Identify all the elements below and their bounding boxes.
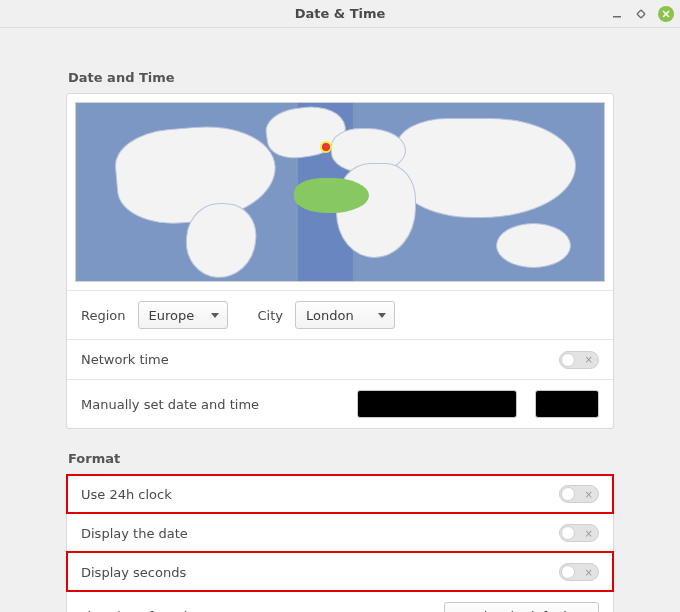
row-display-date: Display the date × — [67, 513, 613, 552]
content-area: Date and Time Region Europe — [0, 28, 680, 612]
display-date-toggle[interactable]: × — [559, 524, 599, 542]
row-manual-datetime: Manually set date and time — [67, 379, 613, 428]
titlebar: Date & Time — [0, 0, 680, 28]
timezone-map[interactable] — [75, 102, 605, 282]
use-24h-toggle[interactable]: × — [559, 485, 599, 503]
maximize-icon[interactable] — [634, 7, 648, 21]
chevron-down-icon — [378, 313, 386, 318]
region-value: Europe — [149, 308, 201, 323]
section-heading-format: Format — [68, 451, 614, 466]
city-dropdown[interactable]: London — [295, 301, 395, 329]
chevron-down-icon — [211, 313, 219, 318]
first-day-label: First day of week — [81, 609, 191, 613]
time-input[interactable] — [535, 390, 599, 418]
minimize-icon[interactable] — [610, 7, 624, 21]
row-use-24h: Use 24h clock × — [67, 475, 613, 513]
region-dropdown[interactable]: Europe — [138, 301, 228, 329]
region-label: Region — [81, 308, 126, 323]
location-marker-icon — [320, 141, 332, 153]
manual-datetime-label: Manually set date and time — [81, 397, 259, 412]
window-controls — [610, 0, 674, 28]
close-icon[interactable] — [658, 6, 674, 22]
date-input[interactable] — [357, 390, 517, 418]
timezone-map-wrap — [67, 94, 613, 290]
network-time-toggle[interactable]: × — [559, 351, 599, 369]
display-seconds-label: Display seconds — [81, 565, 186, 580]
display-date-label: Display the date — [81, 526, 188, 541]
panel-datetime: Region Europe City London Network time ×… — [66, 93, 614, 429]
svg-rect-0 — [613, 16, 621, 18]
row-network-time: Network time × — [67, 339, 613, 379]
network-time-label: Network time — [81, 352, 169, 367]
first-day-value: Use locale default — [455, 609, 572, 613]
first-day-dropdown[interactable]: Use locale default — [444, 602, 599, 612]
panel-format: Use 24h clock × Display the date × Displ… — [66, 474, 614, 612]
window-title: Date & Time — [295, 6, 386, 21]
row-display-seconds: Display seconds × — [67, 552, 613, 591]
region-city-row: Region Europe City London — [67, 290, 613, 339]
row-first-day: First day of week Use locale default — [67, 591, 613, 612]
city-label: City — [258, 308, 283, 323]
use-24h-label: Use 24h clock — [81, 487, 172, 502]
display-seconds-toggle[interactable]: × — [559, 563, 599, 581]
section-heading-datetime: Date and Time — [68, 70, 614, 85]
city-value: London — [306, 308, 368, 323]
